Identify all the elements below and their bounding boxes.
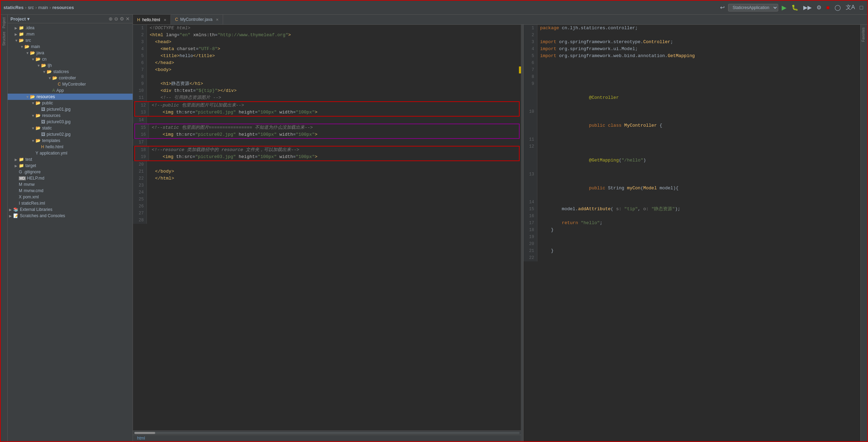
tree-item-app[interactable]: ▶ A App [8,87,133,94]
r-line-content-9: @Controller [537,80,619,108]
folder-icon-mvn: 📁 [19,32,24,37]
tree-item-templates[interactable]: ▼ 📂 templates [8,137,133,144]
tree-item-resources2[interactable]: ▼ 📂 resources [8,112,133,119]
tree-item-ljh[interactable]: ▼ 📂 ljh [8,62,133,69]
left-scroll-bar[interactable] [133,431,521,435]
folder-icon-static: 📂 [35,126,41,131]
tree-item-static[interactable]: ▼ 📂 static [8,125,133,131]
tree-item-controller[interactable]: ▼ 📂 controller [8,75,133,81]
line-num-15: 15 [135,124,149,131]
tree-item-staticres[interactable]: ▼ 📂 staticres [8,69,133,75]
tab-mycontroller-close-btn[interactable]: ✕ [216,18,219,22]
stop-button[interactable]: ■ [825,4,831,11]
tree-label-pomxml: pom.xml [23,195,39,199]
run-button[interactable]: ▶ [780,3,788,12]
tree-item-application-yml[interactable]: ▶ Y application.yml [8,150,133,156]
r-line-content-3: import org.springframework.stereotype.Co… [537,39,673,46]
folder-icon-target: 📁 [19,163,24,168]
bottom-html-tab[interactable]: html [133,435,521,441]
code-line-19: 19 <img th:src="picture03.jpg" height="1… [135,153,519,160]
app-selector[interactable]: StaticresApplication [728,4,778,11]
tree-item-java[interactable]: ▼ 📂 java [8,50,133,56]
line-content-4: <meta charset="UTF-8"> [147,46,220,53]
tab-hello-html[interactable]: H hello.html ✕ [133,15,171,24]
line-num-4: 4 [133,46,147,53]
layout-button[interactable]: □ [858,4,865,11]
tree-label-ljh: ljh [48,63,52,68]
tree-item-test[interactable]: ▶ 📁 test [8,156,133,163]
code-line-20: 20 [133,161,521,168]
structure-icon[interactable]: Structure [2,30,6,47]
left-code-editor[interactable]: 1 <!DOCTYPE html> 2 <html lang="en" xmln… [133,25,521,431]
code-line-21: 21 </body> [133,168,521,175]
project-icon[interactable]: Project [2,16,6,30]
tree-item-public[interactable]: ▼ 📂 public [8,100,133,106]
translate-button[interactable]: 文A [844,3,857,12]
arrow-src: ▼ [15,39,19,42]
tree-item-target[interactable]: ▶ 📁 target [8,163,133,169]
tree-item-staticiml[interactable]: ▶ I staticRes.iml [8,200,133,206]
folder-icon-staticres: 📂 [47,69,52,74]
build-button[interactable]: ▶▶ [802,3,813,11]
top-bar: staticRes › src › main › resources ↩ Sta… [1,1,867,15]
code-line-12: 12 <!--public 包里面的图片可以加载出来--> [135,102,519,109]
tree-item-main[interactable]: ▼ 📂 main [8,44,133,50]
tree-item-helpmd[interactable]: ▶ MD HELP.md [8,175,133,181]
tab-mycontroller[interactable]: C MyController.java ✕ [171,15,223,24]
tree-item-scratches[interactable]: ▶ 📝 Scratches and Consoles [8,213,133,219]
code-lines-right: 1 package cn.ljh.staticres.controller; 2… [523,25,860,261]
tree-item-cn[interactable]: ▼ 📂 cn [8,56,133,62]
tree-item-picture02[interactable]: ▶ 🖼 picture02.jpg [8,131,133,137]
img-icon-pic01: 🖼 [41,107,45,112]
line-num-9: 9 [133,80,147,87]
line-num-13: 13 [135,109,149,116]
r-code-line-4: 4 import org.springframework.ui.Model; [523,46,860,53]
debug-button[interactable]: 🐛 [790,3,800,11]
tree-item-picture03[interactable]: ▶ 🖼 picture03.jpg [8,119,133,125]
tree-label-controller: controller [59,76,76,80]
arrow-controller: ▼ [48,76,52,80]
code-line-18: 18 <!--resource 类加载路径中的 resource 文件夹，可以加… [135,147,519,153]
settings-button[interactable]: ⚙ [815,3,823,11]
r-line-num-17: 17 [523,220,537,227]
right-editor-area: 1 package cn.ljh.staticres.controller; 2… [523,25,860,441]
mvnwcmd-icon: M [19,188,22,193]
tree-item-extlibs[interactable]: ▶ 📚 External Libraries [8,206,133,213]
tree-item-mvnwcmd[interactable]: ▶ M mvnw.cmd [8,188,133,194]
tree-item-mycontroller[interactable]: ▶ C MyController [8,81,133,87]
arrow-public: ▼ [31,101,35,105]
panel-collapse-btn[interactable]: ⊕ [109,16,113,22]
panel-expand-btn[interactable]: ⊖ [114,16,118,22]
tab-close-btn[interactable]: ✕ [164,18,166,22]
r-line-num-3: 3 [523,39,537,46]
back-button[interactable]: ↩ [719,3,726,11]
tree-item-resources-selected[interactable]: ▼ 📂 resources [8,94,133,100]
tree-item-mvn[interactable]: ▶ 📁 .mvn [8,31,133,37]
panel-close-btn[interactable]: ✕ [126,16,130,22]
line-content-12: <!--public 包里面的图片可以加载出来--> [149,102,244,109]
favorites-icon[interactable]: Favorites [861,25,866,45]
top-bar-right: ↩ StaticresApplication ▶ 🐛 ▶▶ ⚙ ■ ◯ 文A □ [719,3,865,12]
tree-label-mvnw: mvnw [24,182,34,187]
frame-button[interactable]: ◯ [833,3,842,11]
line-content-10: <div th:text="${tip}"></div> [147,87,237,94]
r-code-line-16: 16 [523,213,860,220]
tree-label-gitignore: .gitignore [23,169,40,174]
tree-item-src[interactable]: ▼ 📂 src [8,37,133,44]
tree-label-hello-html: hello.html [46,144,63,149]
yml-icon-app: Y [35,151,38,156]
r-line-content-5: import org.springframework.web.bind.anno… [537,53,695,60]
r-line-content-14 [537,199,540,206]
r-code-line-11: 11 [523,136,860,143]
panel-settings-btn[interactable]: ⚙ [120,16,124,22]
r-code-line-9: 9 @Controller [523,80,860,108]
r-line-content-11 [537,136,540,143]
tree-item-picture01[interactable]: ▶ 🖼 picture01.jpg [8,106,133,112]
tree-item-gitignore[interactable]: ▶ G .gitignore [8,169,133,175]
right-code-editor[interactable]: 1 package cn.ljh.staticres.controller; 2… [523,25,860,441]
tree-item-mvnw[interactable]: ▶ M mvnw [8,181,133,188]
tree-item-pomxml[interactable]: ▶ X pom.xml [8,194,133,200]
tree-item-idea[interactable]: ▶ 📁 .idea [8,25,133,31]
tree-item-hello-html[interactable]: ▶ H hello.html [8,144,133,150]
java-icon-mycontroller: C [58,82,61,87]
